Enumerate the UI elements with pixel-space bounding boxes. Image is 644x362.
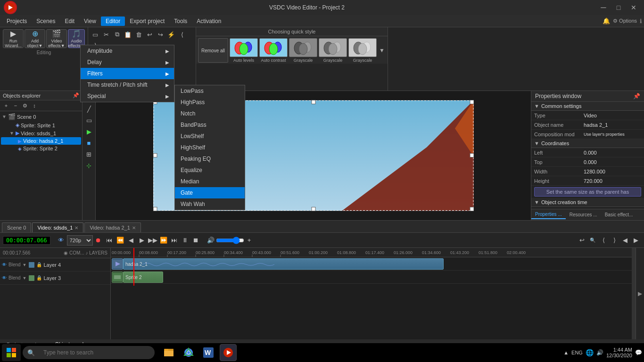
pp-pin[interactable]: 📌 [633,93,640,99]
menu-projects[interactable]: Projects [2,16,32,26]
taskbar-word[interactable]: W [200,344,217,361]
track-lock-layer4[interactable]: 🔒 [36,262,42,267]
filter-lowshelf[interactable]: LowShelf [175,131,245,142]
tool-paste[interactable]: 📋 [123,29,133,40]
filter-peaking-eq[interactable]: Peaking EQ [175,153,245,165]
pb-pause[interactable]: ⏸ [180,235,190,246]
pp-coordinates-header[interactable]: ▼ Coordinates [531,139,644,148]
filter-lowpass[interactable]: LowPass [175,85,245,97]
qs-grayscale3[interactable]: Grayscale [348,38,377,63]
menu-export[interactable]: Export project [125,16,169,26]
audio-menu-special[interactable]: Special ▶ [81,90,174,102]
pp-tab-basic-effects[interactable]: Basic effect... [601,211,637,219]
oe-pin[interactable]: 📌 [73,92,79,99]
scene-tab-close-1[interactable]: ✕ [74,225,78,230]
volume-slider[interactable] [216,237,244,244]
pb-next-frame[interactable]: ⏩ [158,235,169,246]
oe-add-btn[interactable]: + [2,101,10,110]
clip-hadsa[interactable]: hadsa 2_1 [123,258,444,270]
nav-zoom-tl[interactable]: 🔍 [587,235,598,246]
nav-prev-mark[interactable]: ⟨ [598,235,609,246]
tree-item-video-sdsds[interactable]: ▼ ▶ Video: sdsds_1 [1,129,81,137]
menu-editor[interactable]: Editor [101,16,125,26]
qs-auto-levels[interactable]: Auto levels [230,38,258,63]
menu-edit[interactable]: Edit [60,16,79,26]
track-expand-layer3[interactable]: ▼ [23,276,27,280]
pb-prev-frame[interactable]: ⏪ [115,235,125,246]
maximize-button[interactable]: □ [612,3,625,12]
tool-delete[interactable]: 🗑 [133,29,144,40]
menu-activation[interactable]: Activation [192,16,226,26]
nav-scroll-left[interactable]: ◀ [620,235,630,246]
pp-tab-properties[interactable]: Properties ... [531,210,566,219]
track-eye-layer4[interactable]: 👁 [2,262,7,267]
minimize-button[interactable]: ─ [597,3,610,12]
oe-remove-btn[interactable]: − [11,101,20,110]
add-object-button[interactable]: ⊕ Add object▼ [25,29,45,48]
filter-median[interactable]: Median [175,176,245,187]
filter-notch[interactable]: Notch [175,108,245,119]
vtb-move[interactable]: ⊹ [84,160,94,171]
track-lock-layer3[interactable]: 🔒 [36,275,42,280]
pb-play[interactable]: ▶ [137,235,147,246]
pb-stop[interactable]: ⏹ [191,235,201,246]
pb-skip-end[interactable]: ⏭ [169,235,180,246]
filter-gate[interactable]: Gate [175,187,245,198]
audio-menu-delay[interactable]: Delay ▶ [81,57,174,68]
scene-tab-close-2[interactable]: ✕ [132,225,136,230]
filter-highpass[interactable]: HighPass [175,97,245,108]
audio-menu-amplitude[interactable]: Amplitude ▶ [81,45,174,57]
remove-all-button[interactable]: Remove all [198,38,228,63]
filter-highshelf[interactable]: HighShelf [175,142,245,153]
scene-tab-video-hadsa[interactable]: Video: hadsa 2_1 ✕ [84,222,140,232]
tool-cut[interactable]: ✂ [101,29,111,40]
tree-item-video-hadsa[interactable]: ▶ Video: hadsa 2_1 [1,137,81,145]
vtb-square[interactable]: ■ [84,138,94,148]
run-wizard-button[interactable]: ▶ Run Wizard... [3,29,24,48]
taskbar-explorer[interactable] [160,344,177,361]
filter-bandpass[interactable]: BandPass [175,119,245,131]
menu-scenes[interactable]: Scenes [32,16,60,26]
oe-properties-btn[interactable]: ⚙ [21,101,29,110]
tool-split[interactable]: ⚡ [166,29,176,40]
qs-grayscale1[interactable]: Grayscale [289,38,317,63]
video-effects-button[interactable]: 🎬 Video effects▼ [46,29,67,48]
qs-auto-contrast[interactable]: Auto contrast [259,38,288,63]
vtb-rect[interactable]: ▭ [84,115,94,125]
taskbar-chrome[interactable] [180,344,197,361]
pb-prev[interactable]: ◀ [126,235,136,246]
close-button[interactable]: ✕ [627,3,640,12]
clip-sprite2[interactable]: Sprite 2 [123,272,163,283]
tree-item-sprite2[interactable]: ◈ Sprite: Sprite 2 [1,145,81,152]
tool-prev[interactable]: ⟨ [177,29,187,40]
nav-next-mark[interactable]: ⟩ [609,235,619,246]
audio-menu-filters[interactable]: Filters ▶ [81,68,174,79]
taskbar-vsdc[interactable] [220,344,237,361]
vtb-play[interactable]: ▶ [84,126,94,137]
notification-tray[interactable]: 💬 [635,349,642,356]
start-button[interactable] [2,344,21,361]
clip-thumb-layer4[interactable] [112,258,123,270]
pp-tab-resources[interactable]: Resources ... [566,211,601,219]
pb-stop-rec[interactable]: ⏺ [93,235,104,246]
tool-undo[interactable]: ↩ [144,29,155,40]
tray-up-arrow[interactable]: ▲ [563,350,569,355]
tl-expand-btn[interactable]: ▶ [636,248,644,339]
menu-view[interactable]: View [79,16,101,26]
add-track-btn[interactable]: + [248,237,251,244]
pb-skip-start[interactable]: ⏮ [104,235,115,246]
options-button[interactable]: ⚙ Options [613,18,637,24]
filter-equalize[interactable]: Equalize [175,165,245,176]
vtb-grid[interactable]: ⊞ [84,149,94,159]
audio-menu-timestretch[interactable]: Time stretch / Pitch shift ▶ [81,79,174,90]
resolution-select[interactable]: 720p 1080p 480p [67,235,93,246]
tool-redo[interactable]: ↪ [155,29,165,40]
vtb-line[interactable]: ╱ [84,104,94,114]
qs-scroll-arrow[interactable]: ▼ [378,38,386,63]
search-input[interactable] [38,346,150,359]
track-expand-layer4[interactable]: ▼ [23,263,27,267]
oe-scroll-btn[interactable]: ↕ [30,101,39,110]
nav-loop[interactable]: ↩ [577,235,587,246]
scene-tab-video-sdsds[interactable]: Video: sdsds_1 ✕ [32,222,83,232]
clip-thumb-layer3[interactable] [112,272,123,283]
